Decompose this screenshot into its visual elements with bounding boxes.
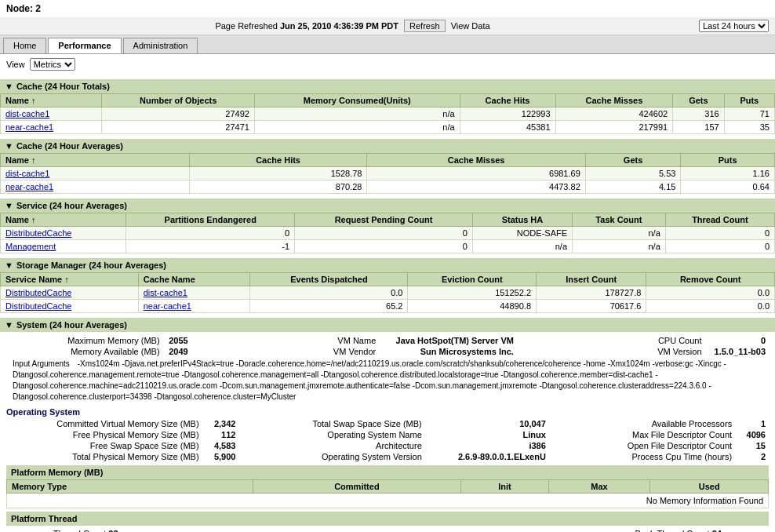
os-right-label: Max File Descriptor Count — [549, 429, 735, 440]
sm-data-cell: 151252.2 — [408, 286, 537, 300]
refresh-button[interactable]: Refresh — [404, 20, 446, 32]
cache-totals-table: Name ↑ Number of Objects Memory Consumed… — [0, 93, 775, 134]
cache-avg-name-cell[interactable]: near-cache1 — [1, 180, 190, 194]
sm-data-cell: 0.0 — [646, 286, 775, 300]
table-row: near-cache1870.284473.824.150.64 — [1, 180, 775, 194]
service-col-request: Request Pending Count — [295, 213, 473, 227]
thread-count-value: 23 — [108, 529, 118, 532]
pm-col-init: Init — [461, 480, 548, 494]
sm-name-cell[interactable]: near-cache1 — [138, 300, 250, 313]
os-left-label: Committed Virtual Memory Size (MB) — [6, 418, 202, 429]
cpu-count-label: CPU Count — [548, 335, 705, 346]
cache-name-cell[interactable]: near-cache1 — [1, 121, 102, 134]
cache-avg-col-misses: Cache Misses — [367, 154, 585, 167]
cache-data-cell: 45381 — [460, 121, 555, 134]
cache-totals-header[interactable]: ▼ Cache (24 Hour Totals) — [0, 79, 775, 93]
view-row: View Metrics — [0, 54, 775, 75]
max-memory-label: Maximum Memory (MB) — [6, 335, 163, 346]
cache-avg-name-cell[interactable]: dist-cache1 — [1, 167, 190, 180]
platform-thread-header: Platform Thread — [6, 512, 769, 526]
table-row: DistributedCachenear-cache165.244890.870… — [1, 300, 775, 313]
service-data-cell: 0 — [126, 227, 295, 240]
sm-name-cell[interactable]: DistributedCache — [1, 286, 139, 300]
collapse-arrow-icon2: ▼ — [5, 141, 13, 151]
view-select[interactable]: Metrics — [30, 58, 75, 71]
mem-available-label: Memory Available (MB) — [6, 346, 163, 357]
vm-vendor-value: Sun Microsystems Inc. — [379, 346, 517, 357]
tab-home[interactable]: Home — [3, 38, 46, 53]
storage-manager-header[interactable]: ▼ Storage Manager (24 hour Averages) — [0, 258, 775, 272]
system-header[interactable]: ▼ System (24 hour Averages) — [0, 318, 775, 332]
view-data-select[interactable]: Last 24 hours — [699, 20, 769, 32]
cache-avg-data-cell: 1.16 — [681, 167, 775, 180]
service-name-cell[interactable]: Management — [1, 240, 126, 253]
pm-col-used: Used — [650, 480, 769, 494]
sm-name-cell[interactable]: dist-cache1 — [138, 286, 250, 300]
cache-data-cell: n/a — [254, 107, 460, 121]
cache-data-cell: n/a — [254, 121, 460, 134]
service-col-partitions: Partitions Endangered — [126, 213, 295, 227]
max-memory-value: 2055 — [163, 335, 191, 346]
cache-data-cell: 71 — [724, 107, 774, 121]
table-row: DistributedCache00NODE-SAFEn/a0 — [1, 227, 775, 240]
system-section: Maximum Memory (MB) 2055 VM Name Java Ho… — [0, 332, 775, 532]
sm-col-remove: Remove Count — [646, 273, 775, 286]
cache-data-cell: 217991 — [555, 121, 673, 134]
vm-name-label: VM Name — [223, 335, 380, 346]
sm-data-cell: 70617.6 — [537, 300, 646, 313]
cache-avg-data-cell: 5.53 — [585, 167, 681, 180]
cpu-count-value: 0 — [705, 335, 769, 346]
sm-name-cell[interactable]: DistributedCache — [1, 300, 139, 313]
cache-totals-col-memory: Memory Consumed(Units) — [254, 94, 460, 107]
cache-data-cell: 27492 — [102, 107, 254, 121]
thread-count-label: Thread Count 23 — [53, 529, 118, 532]
os-mid-label: Operating System Name — [238, 429, 424, 440]
os-info-row: Total Physical Memory Size (MB)5,900Oper… — [6, 451, 769, 462]
sm-data-cell: 0.0 — [646, 300, 775, 313]
cache-averages-header[interactable]: ▼ Cache (24 Hour Averages) — [0, 139, 775, 153]
service-data-cell: -1 — [126, 240, 295, 253]
os-right-label: Available Processors — [549, 418, 735, 429]
os-mid-label: Architecture — [238, 440, 424, 451]
pm-col-type: Memory Type — [7, 480, 253, 494]
input-args-value: -Xms1024m -Djava.net.preferIPv4Stack=tru… — [13, 359, 726, 401]
cache-totals-title: Cache (24 Hour Totals) — [16, 82, 110, 91]
os-left-val: 5,900 — [202, 451, 239, 462]
cache-name-cell[interactable]: dist-cache1 — [1, 107, 102, 121]
os-left-label: Total Physical Memory Size (MB) — [6, 451, 202, 462]
thread-row: Thread Count 23 Peak Thread Count 24 — [6, 526, 769, 532]
view-data-control: Last 24 hours — [699, 20, 769, 32]
service-data-cell: 0 — [665, 240, 774, 253]
service-data-cell: 0 — [295, 227, 473, 240]
os-mid-val: 10,047 — [425, 418, 549, 429]
tab-performance[interactable]: Performance — [48, 38, 121, 53]
service-header[interactable]: ▼ Service (24 hour Averages) — [0, 199, 775, 213]
sm-col-insert: Insert Count — [537, 273, 646, 286]
service-col-status: Status HA — [472, 213, 572, 227]
os-right-val: 4096 — [735, 429, 769, 440]
service-name-cell[interactable]: DistributedCache — [1, 227, 126, 240]
cache-totals-col-puts: Puts — [724, 94, 774, 107]
page-refreshed-label: Page Refreshed — [215, 21, 278, 31]
pm-col-committed: Committed — [253, 480, 461, 494]
view-label: View — [6, 60, 25, 69]
sm-col-events: Events Dispatched — [250, 273, 408, 286]
cache-totals-col-hits: Cache Hits — [460, 94, 555, 107]
cache-averages-table: Name ↑ Cache Hits Cache Misses Gets Puts… — [0, 153, 775, 194]
cache-data-cell: 122993 — [460, 107, 555, 121]
tab-administration[interactable]: Administration — [123, 38, 198, 53]
cache-avg-data-cell: 0.64 — [681, 180, 775, 194]
cache-avg-data-cell: 4473.82 — [367, 180, 585, 194]
collapse-arrow-icon5: ▼ — [5, 320, 13, 330]
service-data-cell: n/a — [573, 240, 666, 253]
peak-thread-count-label: Peak Thread Count 24 — [635, 529, 722, 532]
mem-available-value: 2049 — [163, 346, 191, 357]
cache-totals-col-name: Name ↑ — [1, 94, 102, 107]
service-data-cell: n/a — [472, 240, 572, 253]
os-left-val: 112 — [202, 429, 239, 440]
os-header: Operating System — [6, 404, 769, 418]
service-data-cell: 0 — [665, 227, 774, 240]
input-args-label: Input Arguments — [13, 359, 75, 370]
collapse-arrow-icon3: ▼ — [5, 201, 13, 210]
service-col-thread: Thread Count — [665, 213, 774, 227]
